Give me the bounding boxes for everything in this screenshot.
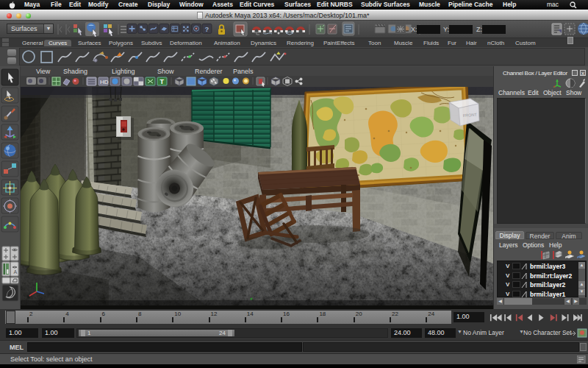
svg-text:HD: HD (100, 79, 109, 85)
svg-text:Z:: Z: (476, 26, 482, 33)
svg-text:A: A (14, 269, 18, 275)
svg-text:?: ? (205, 25, 209, 33)
svg-text:T: T (160, 78, 165, 85)
svg-text:Y:: Y: (443, 26, 449, 33)
svg-text:X:: X: (411, 26, 417, 33)
